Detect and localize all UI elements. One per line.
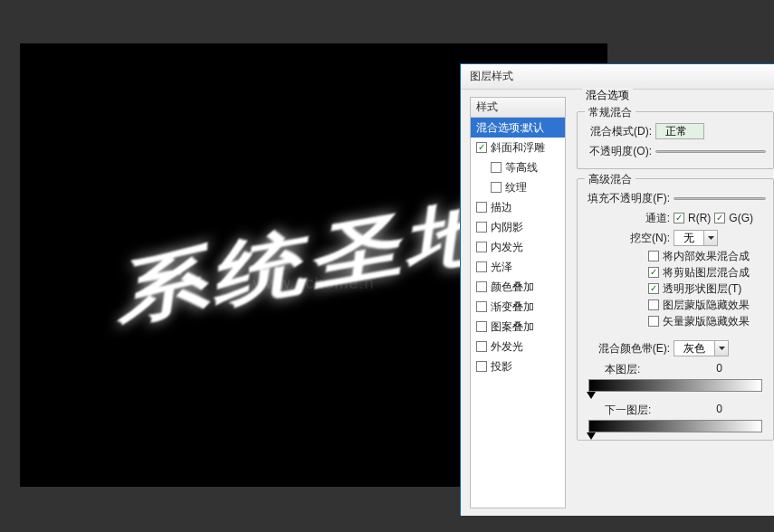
advanced-option-label: 图层蒙版隐藏效果 (663, 298, 750, 313)
style-item-label: 等高线 (505, 160, 538, 176)
this-layer-gradient[interactable] (588, 379, 762, 392)
underlying-layer-low: 0 (716, 403, 722, 418)
advanced-option-checkbox[interactable] (648, 299, 659, 310)
style-item-label: 内发光 (491, 240, 523, 255)
channels-label: 通道: (585, 211, 670, 226)
style-item-label: 颜色叠加 (491, 280, 534, 295)
this-layer-low: 0 (716, 362, 722, 377)
style-item-label: 内阴影 (491, 220, 523, 235)
dialog-titlebar[interactable]: 图层样式 (461, 64, 774, 90)
style-checkbox[interactable] (476, 341, 487, 352)
knockout-label: 挖空(N): (585, 231, 670, 246)
style-item-4[interactable]: 描边 (471, 197, 565, 217)
channel-r-label: R(R) (688, 212, 711, 224)
style-item-0[interactable]: 混合选项:默认 (471, 118, 565, 138)
canvas-watermark: www.pchome.n (253, 274, 374, 293)
style-item-6[interactable]: 内发光 (471, 237, 565, 257)
channel-r-checkbox[interactable] (674, 213, 684, 223)
opacity-slider[interactable] (655, 150, 766, 153)
style-checkbox[interactable] (476, 222, 487, 233)
style-item-label: 光泽 (491, 260, 512, 275)
fill-opacity-slider[interactable] (674, 197, 766, 200)
style-item-2[interactable]: 等高线 (471, 157, 565, 177)
knockout-select[interactable]: 无 (674, 230, 718, 246)
style-checkbox[interactable] (476, 321, 487, 332)
panel-title: 混合选项 (582, 88, 633, 103)
style-checkbox[interactable] (491, 162, 502, 173)
style-item-10[interactable]: 图案叠加 (471, 317, 565, 337)
advanced-option-label: 将剪贴图层混合成 (663, 265, 750, 280)
style-item-label: 投影 (491, 359, 512, 375)
style-item-7[interactable]: 光泽 (471, 257, 565, 277)
style-item-label: 斜面和浮雕 (491, 140, 545, 156)
style-item-label: 混合选项:默认 (476, 120, 544, 136)
style-checkbox[interactable] (491, 182, 502, 193)
advanced-option-label: 将内部效果混合成 (663, 249, 750, 264)
group-title-advanced: 高级混合 (585, 172, 635, 187)
style-item-label: 图案叠加 (491, 319, 534, 335)
underlying-layer-gradient[interactable] (588, 420, 762, 432)
opacity-label: 不透明度(O): (585, 144, 652, 159)
style-checkbox[interactable] (476, 281, 487, 292)
advanced-blending-group: 高级混合 填充不透明度(F): 通道: R(R) G(G) 挖空(N): 无 (577, 178, 774, 441)
blend-if-label: 混合颜色带(E): (585, 341, 670, 356)
advanced-option-3: 图层蒙版隐藏效果 (585, 297, 766, 313)
blend-mode-value: 正常 (656, 124, 703, 139)
group-title-general: 常规混合 (585, 105, 635, 120)
advanced-option-4: 矢量蒙版隐藏效果 (585, 313, 766, 329)
advanced-option-checkbox[interactable] (648, 316, 659, 327)
style-item-12[interactable]: 投影 (471, 356, 565, 376)
style-checkbox[interactable] (476, 202, 487, 213)
advanced-option-0: 将内部效果混合成 (585, 248, 766, 264)
advanced-option-checkbox[interactable] (648, 283, 659, 294)
advanced-option-checkbox[interactable] (648, 251, 659, 261)
style-checkbox[interactable] (476, 242, 487, 252)
advanced-option-1: 将剪贴图层混合成 (585, 264, 766, 280)
this-layer-label: 本图层: (603, 362, 716, 377)
style-item-8[interactable]: 颜色叠加 (471, 277, 565, 297)
style-item-label: 外发光 (491, 339, 523, 355)
underlying-layer-label: 下一图层: (603, 403, 716, 418)
style-item-9[interactable]: 渐变叠加 (471, 297, 565, 317)
chevron-down-icon (714, 341, 728, 356)
style-item-1[interactable]: 斜面和浮雕 (471, 138, 565, 157)
channel-g-label: G(G) (729, 212, 753, 224)
advanced-option-2: 透明形状图层(T) (585, 280, 766, 297)
advanced-option-label: 透明形状图层(T) (663, 281, 741, 297)
advanced-option-label: 矢量蒙版隐藏效果 (663, 314, 750, 329)
advanced-option-checkbox[interactable] (648, 267, 659, 278)
blend-mode-select[interactable]: 正常 (655, 123, 704, 139)
blend-mode-label: 混合模式(D): (585, 124, 652, 139)
blend-if-select[interactable]: 灰色 (674, 340, 729, 356)
svg-marker-0 (708, 236, 714, 240)
chevron-down-icon (703, 231, 717, 245)
knockout-value: 无 (674, 231, 703, 246)
dialog-title: 图层样式 (470, 69, 513, 84)
blend-if-value: 灰色 (674, 341, 714, 356)
svg-marker-1 (719, 347, 725, 350)
styles-panel-header: 样式 (471, 98, 565, 118)
style-checkbox[interactable] (476, 361, 487, 372)
general-blending-group: 常规混合 混合模式(D): 正常 不透明度(O): (577, 111, 774, 169)
style-item-5[interactable]: 内阴影 (471, 217, 565, 237)
canvas-text: 系统圣地 (114, 177, 513, 343)
style-item-label: 渐变叠加 (491, 299, 534, 315)
layer-style-dialog: 图层样式 样式 混合选项:默认斜面和浮雕等高线纹理描边内阴影内发光光泽颜色叠加渐… (460, 63, 774, 516)
style-checkbox[interactable] (476, 301, 487, 312)
fill-opacity-label: 填充不透明度(F): (585, 191, 670, 206)
style-checkbox[interactable] (476, 142, 487, 153)
style-item-label: 纹理 (505, 180, 527, 195)
style-item-label: 描边 (491, 200, 512, 215)
channel-g-checkbox[interactable] (714, 213, 725, 223)
style-checkbox[interactable] (476, 261, 487, 272)
blending-options-panel: 混合选项 常规混合 混合模式(D): 正常 不透明度(O): 高级混 (569, 90, 774, 516)
style-item-11[interactable]: 外发光 (471, 337, 565, 356)
styles-panel: 样式 混合选项:默认斜面和浮雕等高线纹理描边内阴影内发光光泽颜色叠加渐变叠加图案… (470, 97, 566, 508)
style-item-3[interactable]: 纹理 (471, 177, 565, 197)
